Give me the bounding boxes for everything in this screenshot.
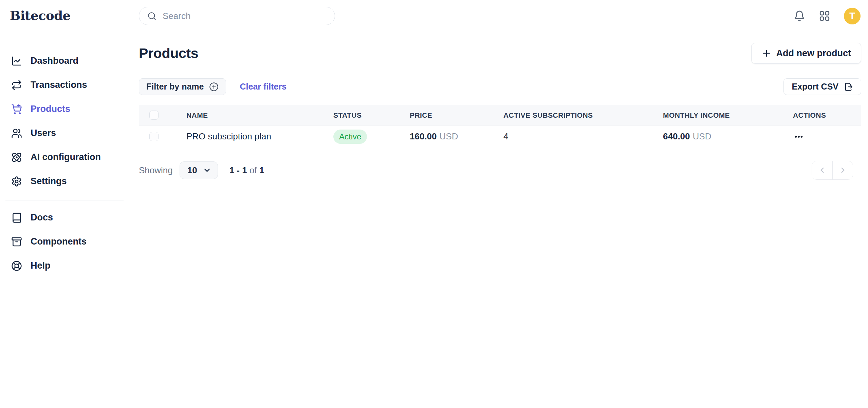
search-icon (147, 12, 156, 21)
sidebar-item-label: Help (31, 260, 51, 271)
sidebar-item-label: Docs (31, 212, 53, 223)
topbar: T (129, 0, 868, 32)
previous-page-button[interactable] (812, 161, 832, 179)
table-header-row: NAME STATUS PRICE ACTIVE SUBSCRIPTIONS M… (139, 105, 861, 125)
topbar-actions: T (794, 8, 861, 24)
row-checkbox[interactable] (149, 132, 159, 141)
clear-filters-link[interactable]: Clear filters (240, 82, 287, 92)
sidebar-item-label: Settings (31, 176, 67, 187)
sidebar-item-docs[interactable]: Docs (0, 206, 129, 230)
sidebar-item-dashboard[interactable]: Dashboard (0, 49, 129, 73)
app-window: Bitecode Dashboard Transactions Products (0, 0, 868, 408)
filter-by-name-label: Filter by name (146, 82, 204, 92)
pagination-buttons (812, 161, 853, 180)
export-csv-button[interactable]: Export CSV (783, 78, 861, 95)
sidebar-item-label: Dashboard (31, 56, 78, 66)
table-row: PRO subsciption plan Active 160.00USD 4 … (139, 125, 861, 148)
active-subscriptions-value: 4 (503, 131, 663, 142)
sidebar-primary-nav: Dashboard Transactions Products Users (0, 49, 129, 193)
showing-label: Showing (139, 165, 173, 176)
range-end: 1 (242, 165, 247, 175)
column-header-name: NAME (186, 111, 333, 119)
pagination-bar: Showing 10 1 - 1 of 1 (139, 161, 861, 180)
life-buoy-icon (11, 260, 22, 271)
sidebar-item-users[interactable]: Users (0, 121, 129, 145)
column-header-actions: ACTIONS (793, 111, 861, 119)
sidebar-item-help[interactable]: Help (0, 254, 129, 278)
income-value: 640.00 (663, 131, 690, 141)
next-page-button[interactable] (832, 161, 853, 179)
page-size-select[interactable]: 10 (180, 161, 218, 179)
archive-box-icon (11, 236, 22, 247)
repeat-icon (11, 80, 22, 91)
products-table: NAME STATUS PRICE ACTIVE SUBSCRIPTIONS M… (139, 105, 861, 148)
row-actions-menu-button[interactable] (793, 131, 808, 142)
range-separator: - (237, 165, 240, 175)
range-start: 1 (229, 165, 234, 175)
chevron-left-icon (818, 166, 827, 175)
status-badge: Active (333, 130, 367, 144)
sidebar-item-label: AI configuration (31, 152, 101, 162)
column-header-status: STATUS (333, 111, 410, 119)
page-header: Products Add new product (139, 43, 861, 64)
content-area: T Products Add new product Filter by nam… (129, 0, 868, 408)
sidebar-item-label: Transactions (31, 80, 87, 90)
chart-line-icon (11, 56, 22, 66)
actions-cell (793, 131, 861, 142)
sidebar-item-settings[interactable]: Settings (0, 169, 129, 193)
row-checkbox-cell (139, 132, 186, 141)
sidebar-secondary-nav: Docs Components Help (0, 206, 129, 278)
price-cell: 160.00USD (410, 131, 503, 142)
book-icon (11, 212, 22, 223)
chevron-down-icon (203, 166, 211, 175)
filter-by-name-button[interactable]: Filter by name (139, 78, 226, 95)
bell-icon[interactable] (794, 10, 805, 22)
monthly-income-cell: 640.00USD (663, 131, 793, 142)
column-header-active-subscriptions: ACTIVE SUBSCRIPTIONS (503, 111, 663, 119)
apps-grid-icon[interactable] (819, 10, 830, 22)
sidebar: Bitecode Dashboard Transactions Products (0, 0, 129, 408)
main-panel: Products Add new product Filter by name (129, 32, 868, 180)
total-count: 1 (259, 165, 264, 175)
ellipsis-icon (793, 131, 805, 142)
sidebar-item-transactions[interactable]: Transactions (0, 73, 129, 97)
income-currency: USD (693, 131, 712, 141)
user-avatar[interactable]: T (844, 8, 861, 24)
sidebar-item-ai-configuration[interactable]: AI configuration (0, 145, 129, 169)
product-name: PRO subsciption plan (186, 131, 333, 142)
pagination-range: 1 - 1 of 1 (229, 165, 264, 176)
status-cell: Active (333, 130, 410, 144)
add-new-product-label: Add new product (776, 48, 851, 59)
price-currency: USD (440, 131, 458, 141)
add-new-product-button[interactable]: Add new product (751, 43, 861, 64)
circle-plus-icon (209, 82, 219, 92)
sidebar-item-label: Components (31, 236, 87, 247)
atom-icon (11, 152, 22, 163)
filter-controls: Filter by name Clear filters (139, 78, 287, 95)
export-csv-label: Export CSV (792, 82, 838, 92)
gear-icon (11, 176, 22, 187)
sidebar-item-components[interactable]: Components (0, 230, 129, 254)
sidebar-item-label: Products (31, 104, 70, 114)
page-title: Products (139, 45, 198, 61)
cart-plus-icon (11, 104, 22, 115)
search-input[interactable] (163, 11, 327, 21)
filter-toolbar: Filter by name Clear filters Export CSV (139, 78, 861, 95)
select-all-checkbox[interactable] (149, 111, 159, 120)
price-value: 160.00 (410, 131, 437, 141)
header-checkbox-cell (139, 111, 186, 120)
pagination-left: Showing 10 1 - 1 of 1 (139, 161, 264, 179)
column-header-monthly-income: MONTHLY INCOME (663, 111, 793, 119)
users-icon (11, 128, 22, 139)
sidebar-item-label: Users (31, 128, 56, 138)
sidebar-item-products[interactable]: Products (0, 97, 129, 121)
chevron-right-icon (838, 166, 847, 175)
sidebar-divider (5, 200, 124, 200)
plus-icon (761, 48, 772, 58)
column-header-price: PRICE (410, 111, 503, 119)
file-export-icon (844, 82, 853, 92)
search-box[interactable] (139, 7, 335, 25)
brand-logo: Bitecode (10, 8, 129, 23)
page-size-value: 10 (187, 165, 197, 176)
of-label: of (250, 165, 257, 175)
